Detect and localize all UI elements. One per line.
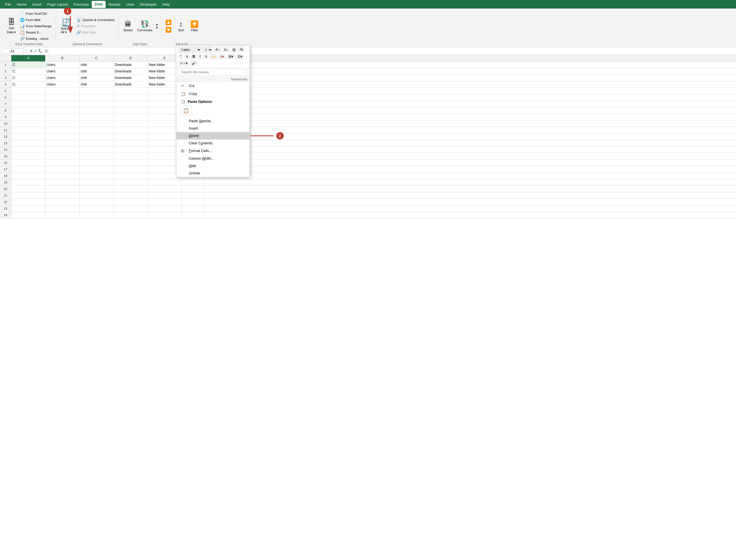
row-header-21[interactable]: 21: [0, 192, 11, 199]
from-web-button[interactable]: 🌐 From Web: [19, 17, 53, 23]
row-header-22[interactable]: 22: [0, 199, 11, 205]
context-search-input[interactable]: [179, 69, 247, 76]
from-text-csv-button[interactable]: 📄 From Text/CSV: [19, 11, 53, 16]
row-header-13[interactable]: 13: [0, 140, 11, 146]
cell-c2[interactable]: chitr: [80, 68, 114, 74]
formula-input[interactable]: [44, 49, 735, 54]
menu-developer[interactable]: Developer: [137, 1, 159, 8]
row-header-15[interactable]: 15: [0, 153, 11, 159]
col-header-c[interactable]: C: [80, 55, 114, 61]
sort-az-button[interactable]: 🔼: [164, 19, 172, 26]
row-header-8[interactable]: 8: [0, 107, 11, 114]
get-data-button[interactable]: 🗄 GetData ▾: [5, 17, 18, 35]
formula-cancel-icon[interactable]: ✕: [30, 49, 33, 53]
cell-styles-button[interactable]: +→▾: [179, 61, 189, 66]
queries-connections-button[interactable]: 📡 Queries & Connections: [75, 17, 116, 23]
menu-file[interactable]: File: [2, 1, 14, 8]
cell-d2[interactable]: Downloads: [114, 68, 148, 74]
col-header-b[interactable]: B: [45, 55, 80, 61]
cell-a1[interactable]: C:: [11, 62, 45, 68]
font-increase-button[interactable]: A↑: [214, 47, 221, 53]
font-color-button[interactable]: A▾: [218, 54, 226, 59]
context-menu-hide[interactable]: Hide: [176, 162, 250, 170]
percent-button[interactable]: %: [238, 47, 245, 53]
formula-fx-icon[interactable]: fx: [39, 48, 42, 54]
menu-page-layout[interactable]: Page Layout: [44, 1, 71, 8]
row-header-20[interactable]: 20: [0, 186, 11, 192]
cell-d3[interactable]: Downloads: [114, 75, 148, 81]
font-size-select[interactable]: 11: [203, 47, 213, 53]
cell-b1[interactable]: Users: [45, 62, 80, 68]
context-menu-delete[interactable]: Delete 2: [176, 132, 250, 140]
from-table-range-button[interactable]: 📊 From Table/Range: [19, 23, 53, 29]
context-menu-clear-contents[interactable]: Clear Contents: [176, 140, 250, 147]
context-menu-column-width[interactable]: Column Width...: [176, 155, 250, 162]
row-header-10[interactable]: 10: [0, 120, 11, 127]
menu-help[interactable]: Help: [159, 1, 173, 8]
recent-sources-button[interactable]: 📋 Recent S...: [19, 30, 53, 35]
menu-insert[interactable]: Insert: [30, 1, 45, 8]
borders-button[interactable]: ⊞▾: [227, 54, 235, 59]
scroll-up-icon[interactable]: ▲: [155, 23, 159, 26]
menu-view[interactable]: View: [123, 1, 137, 8]
cell-b4[interactable]: Users: [45, 81, 80, 88]
fill-color-button[interactable]: A▾: [210, 54, 217, 59]
format-cells-mini-button[interactable]: ⊞: [231, 47, 237, 53]
merge-button[interactable]: ⊡▾: [236, 54, 244, 59]
scroll-down-icon[interactable]: ▼: [155, 26, 159, 30]
context-menu-insert[interactable]: Insert: [176, 125, 250, 132]
font-decrease-button[interactable]: A↓: [222, 47, 230, 53]
row-header-9[interactable]: 9: [0, 114, 11, 120]
menu-review[interactable]: Review: [106, 1, 124, 8]
row-header-14[interactable]: 14: [0, 147, 11, 153]
col-header-d[interactable]: D: [114, 55, 148, 61]
row-header-1[interactable]: 1: [0, 62, 11, 68]
row-header-4[interactable]: 4: [0, 81, 11, 88]
row-header-19[interactable]: 19: [0, 179, 11, 186]
scroll-area[interactable]: 1 C: Users chitr Downloads New folder 2 …: [0, 62, 736, 560]
formula-confirm-icon[interactable]: ✓: [34, 49, 37, 53]
row-header-23[interactable]: 23: [0, 205, 11, 212]
row-header-7[interactable]: 7: [0, 101, 11, 107]
row-header-16[interactable]: 16: [0, 160, 11, 166]
align-center-button[interactable]: ≡: [203, 54, 209, 59]
existing-connections-button[interactable]: 🔗 Existing ...ctions: [19, 36, 53, 41]
row-header-5[interactable]: 5: [0, 88, 11, 94]
cell-c4[interactable]: chitr: [80, 81, 114, 88]
row-header-12[interactable]: 12: [0, 134, 11, 140]
comma-button[interactable]: ": [179, 54, 183, 59]
properties-button[interactable]: ⚙ Properties: [75, 23, 116, 29]
cell-a3[interactable]: C:: [11, 75, 45, 81]
cell-c1[interactable]: chitr: [80, 62, 114, 68]
row-header-17[interactable]: 17: [0, 166, 11, 172]
font-family-select[interactable]: Calibri: [179, 47, 201, 53]
filter-button[interactable]: 🔽 Filter: [188, 20, 201, 33]
cell-a2[interactable]: C:: [11, 68, 45, 74]
bold-button[interactable]: B: [191, 54, 197, 59]
italic-button[interactable]: I: [198, 54, 202, 59]
context-menu-format-cells[interactable]: ⊞ Format Cells...: [176, 147, 250, 155]
context-menu-unhide[interactable]: Unhide: [176, 170, 250, 177]
menu-home[interactable]: Home: [14, 1, 30, 8]
currencies-button[interactable]: 💱 Currencies: [136, 20, 154, 33]
row-header-3[interactable]: 3: [0, 75, 11, 81]
sort-button[interactable]: ↕ Sort: [175, 20, 187, 33]
cell-b3[interactable]: Users: [45, 75, 80, 81]
refresh-all-button[interactable]: 🔄 RefreshAll ▾: [59, 17, 74, 35]
row-header-11[interactable]: 11: [0, 127, 11, 133]
cell-a4[interactable]: C:: [11, 81, 45, 88]
cell-b2[interactable]: Users: [45, 68, 80, 74]
context-menu-paste-special[interactable]: Paste Special...: [176, 117, 250, 125]
paste-icon-button[interactable]: 📋: [181, 105, 191, 116]
menu-formulas[interactable]: Formulas: [71, 1, 92, 8]
sort-za-button[interactable]: 🔽: [164, 26, 172, 33]
stocks-button[interactable]: 🏛 Stocks: [122, 20, 134, 33]
row-header-2[interactable]: 2: [0, 68, 11, 74]
data-types-scroll[interactable]: ▲ ▼: [155, 23, 159, 30]
edit-links-button[interactable]: 🔗 Edit Links: [75, 30, 116, 35]
cell-d1[interactable]: Downloads: [114, 62, 148, 68]
context-menu-cut[interactable]: ✂ Cut: [176, 82, 250, 90]
row-header-24[interactable]: 24: [0, 212, 11, 218]
row-header-6[interactable]: 6: [0, 94, 11, 101]
context-menu-copy[interactable]: 📋 Copy: [176, 90, 250, 98]
